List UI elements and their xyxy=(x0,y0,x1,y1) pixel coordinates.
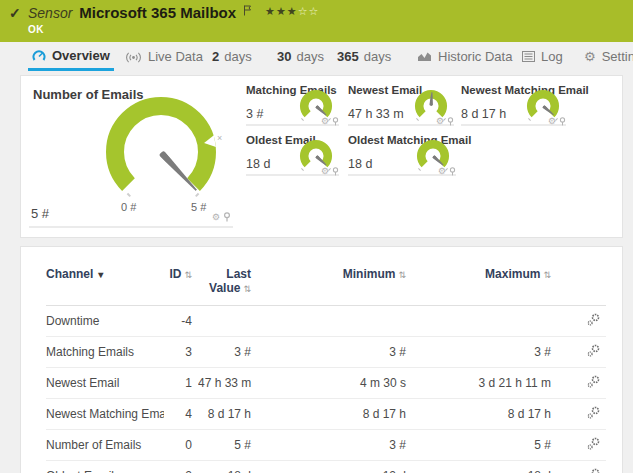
channel-last-value: 18 d xyxy=(198,461,257,473)
tab-log[interactable]: Log xyxy=(518,42,567,71)
tab-label: Overview xyxy=(52,48,110,63)
table-row[interactable]: Matching Emails 3 3 # 3 # 3 # xyxy=(46,337,606,368)
pin-icon[interactable] xyxy=(332,167,339,176)
tab-365-days[interactable]: 365 days xyxy=(333,42,395,71)
gauge-title: Newest Email xyxy=(348,84,422,96)
gauge-ring xyxy=(101,92,221,212)
channel-id: 1 xyxy=(164,368,198,399)
gauge-tile-matching-emails[interactable]: Matching Emails 3 # ⚙ xyxy=(246,84,339,126)
channel-minimum: 3 # xyxy=(257,430,412,461)
channel-name: Matching Emails xyxy=(46,337,164,368)
gear-icon[interactable]: ⚙ xyxy=(212,213,220,222)
column-header-channel[interactable]: Channel▾ xyxy=(46,263,164,306)
log-list-icon xyxy=(522,51,535,62)
tab-2-days[interactable]: 2 days xyxy=(208,42,256,71)
table-row[interactable]: Newest Email 1 47 h 33 m 4 m 30 s 3 d 21… xyxy=(46,368,606,399)
gauge-limit-notch xyxy=(203,135,216,149)
channel-actions xyxy=(557,337,606,368)
sort-arrows-icon[interactable]: ⇅ xyxy=(243,284,251,294)
gauge-value: 18 d xyxy=(246,157,270,171)
tab-label: days xyxy=(296,49,323,64)
channel-actions xyxy=(557,399,606,430)
flag-icon[interactable] xyxy=(243,2,252,20)
number-of-emails-gauge: × xyxy=(101,92,221,212)
tab-30-days[interactable]: 30 days xyxy=(273,42,328,71)
sort-arrows-icon[interactable]: ⇅ xyxy=(184,270,192,280)
gauge-tile-actions: ⚙ xyxy=(321,117,339,126)
gauge-title: Newest Matching Email xyxy=(461,84,589,96)
channel-maximum: 18 d xyxy=(412,461,557,473)
channel-settings-icon[interactable] xyxy=(587,406,600,419)
sort-arrows-icon[interactable]: ⇅ xyxy=(543,270,551,280)
channel-actions xyxy=(557,461,606,473)
tab-historic-data[interactable]: Historic Data xyxy=(413,42,516,71)
table-row[interactable]: Number of Emails 0 5 # 3 # 5 # xyxy=(46,430,606,461)
gear-icon[interactable]: ⚙ xyxy=(438,167,446,176)
gauge-tile-actions: ⚙ xyxy=(321,167,339,176)
sort-arrows-icon[interactable]: ⇅ xyxy=(398,270,406,280)
channel-settings-icon[interactable] xyxy=(587,313,600,326)
column-header-actions xyxy=(557,263,606,306)
channel-maximum: 3 d 21 h 11 m xyxy=(412,368,557,399)
channel-settings-icon[interactable] xyxy=(587,437,600,450)
tab-number: 2 xyxy=(212,49,219,64)
sensor-title-row: Sensor Microsoft 365 Mailbox ★★★☆☆ xyxy=(28,4,319,21)
gauge-title: Oldest Matching Email xyxy=(348,134,471,146)
channel-minimum: 4 m 30 s xyxy=(257,368,412,399)
channel-name: Newest Email xyxy=(46,368,164,399)
tab-label: Historic Data xyxy=(438,49,512,64)
gear-icon[interactable]: ⚙ xyxy=(321,117,329,126)
gauge-tile-newest-matching-email[interactable]: Newest Matching Email 8 d 17 h ⚙ xyxy=(461,84,566,126)
gauge-tile-newest-email[interactable]: Newest Email 47 h 33 m ⚙ xyxy=(348,84,454,126)
channels-table-panel: Channel▾ ID⇅ Last Value⇅ Minimum⇅ Maximu… xyxy=(20,246,623,473)
table-row[interactable]: Oldest Email 2 18 d 12 d 18 d xyxy=(46,461,606,473)
gauge-value: 3 # xyxy=(246,107,263,121)
channel-actions xyxy=(557,306,606,337)
channel-last-value: 3 # xyxy=(198,337,257,368)
gear-icon[interactable]: ⚙ xyxy=(321,167,329,176)
sensor-type-label: Sensor xyxy=(28,5,72,21)
channel-maximum xyxy=(412,306,557,337)
gauge-scale-max: 5 # xyxy=(191,201,206,213)
channel-id: 3 xyxy=(164,337,198,368)
pin-icon[interactable] xyxy=(449,167,456,176)
chevron-down-icon[interactable]: ▾ xyxy=(98,269,103,280)
column-header-id[interactable]: ID⇅ xyxy=(164,263,198,306)
column-header-minimum[interactable]: Minimum⇅ xyxy=(257,263,412,306)
tab-overview[interactable]: Overview xyxy=(28,42,114,71)
sensor-title: Microsoft 365 Mailbox xyxy=(79,4,236,21)
pin-icon[interactable] xyxy=(332,117,339,126)
pin-icon[interactable] xyxy=(223,212,231,222)
channel-settings-icon[interactable] xyxy=(587,375,600,388)
table-header-row: Channel▾ ID⇅ Last Value⇅ Minimum⇅ Maximu… xyxy=(46,263,606,306)
stars-empty: ☆☆ xyxy=(298,5,320,17)
gear-icon[interactable]: ⚙ xyxy=(436,117,444,126)
priority-star-rating[interactable]: ★★★☆☆ xyxy=(265,5,319,18)
channel-name: Newest Matching Email xyxy=(46,399,164,430)
channel-name: Downtime xyxy=(46,306,164,337)
channel-id: -4 xyxy=(164,306,198,337)
pin-icon[interactable] xyxy=(447,117,454,126)
tab-live-data[interactable]: Live Data xyxy=(121,42,207,71)
channel-last-value: 47 h 33 m xyxy=(198,368,257,399)
gear-icon[interactable]: ⚙ xyxy=(548,117,556,126)
channel-last-value: 8 d 17 h xyxy=(198,399,257,430)
table-row[interactable]: Downtime -4 xyxy=(46,306,606,337)
column-header-last-value[interactable]: Last Value⇅ xyxy=(198,263,257,306)
gauge-tile-oldest-email[interactable]: Oldest Email 18 d ⚙ xyxy=(246,134,339,176)
tab-settings[interactable]: ⚙ Settings xyxy=(580,42,633,71)
gauge-tile-actions: ⚙ xyxy=(212,212,231,222)
pin-icon[interactable] xyxy=(559,117,566,126)
overview-gauges-panel: Number of Emails × 0 # 5 # 5 # ⚙ Matchin… xyxy=(20,75,623,238)
channel-settings-icon[interactable] xyxy=(587,468,600,473)
gauge-value: 18 d xyxy=(348,157,372,171)
tab-label: days xyxy=(364,49,391,64)
table-row[interactable]: Newest Matching Email 4 8 d 17 h 8 d 17 … xyxy=(46,399,606,430)
channel-settings-icon[interactable] xyxy=(587,344,600,357)
gauge-tile-oldest-matching-email[interactable]: Oldest Matching Email 18 d ⚙ xyxy=(348,134,456,176)
tab-number: 365 xyxy=(337,49,359,64)
gauge-tile-number-of-emails[interactable]: Number of Emails × 0 # 5 # 5 # ⚙ xyxy=(29,84,233,228)
channels-table: Channel▾ ID⇅ Last Value⇅ Minimum⇅ Maximu… xyxy=(46,263,606,473)
column-header-maximum[interactable]: Maximum⇅ xyxy=(412,263,557,306)
gauge-tile-actions: ⚙ xyxy=(548,117,566,126)
